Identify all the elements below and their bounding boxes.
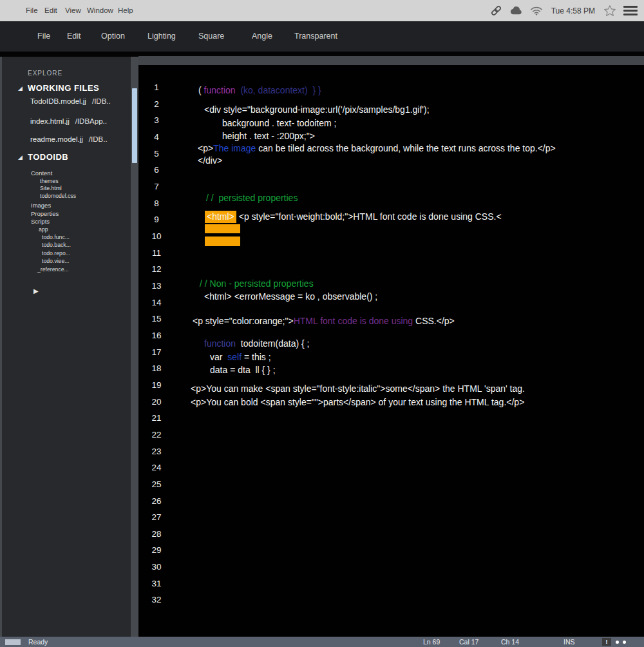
code-line[interactable]: data = dta ll { } ; [210, 365, 276, 375]
code-line[interactable]: var self = this ; [210, 352, 271, 362]
tree-item[interactable]: todo.back... [42, 242, 71, 248]
hamburger-menu-icon[interactable] [623, 6, 638, 15]
working-file-item[interactable]: TodoIDB.model.jj/IDB.. [30, 97, 111, 105]
project-header[interactable]: TODOIDB [28, 152, 68, 162]
system-menu-view[interactable]: View [65, 0, 81, 21]
cloud-icon[interactable] [509, 6, 523, 15]
code-line[interactable]: <div style="background-image:url('/pix/s… [204, 104, 430, 115]
tree-item[interactable]: themes [40, 178, 59, 184]
tree-item[interactable]: Images [31, 202, 51, 209]
tree-item[interactable]: todo.func... [42, 234, 70, 240]
collapse-triangle-icon[interactable]: ◢ [18, 154, 23, 160]
file-path: /IDBApp.. [75, 117, 107, 125]
line-number: 4 [144, 132, 169, 142]
code-token: <html> <errorMessage = ko , observable()… [204, 291, 377, 302]
line-number: 28 [144, 529, 169, 539]
collapse-triangle-icon[interactable]: ◢ [18, 85, 23, 92]
working-file-item[interactable]: index.html.jj/IDBApp.. [30, 117, 107, 125]
status-bar: Ready Ln 69 Cal 17 Ch 14 INS ! [0, 637, 644, 647]
line-number: 25 [144, 479, 169, 489]
tree-item[interactable]: todo.viee... [42, 258, 70, 264]
system-menu-window[interactable]: Window [87, 0, 113, 21]
working-files-header[interactable]: WORKING FILES [28, 83, 99, 93]
file-path: /IDB.. [92, 97, 111, 105]
code-line[interactable]: <html> <errorMessage = ko , observable()… [204, 291, 377, 302]
code-token: <p>You can make <span style="font-style:… [191, 383, 525, 394]
line-number: 13 [144, 281, 169, 291]
wifi-icon[interactable] [530, 6, 543, 15]
line-number: 6 [144, 165, 169, 175]
app-menu-option[interactable]: Option [101, 21, 125, 52]
code-editor[interactable]: 1234567891011121314151617181920212223242… [138, 56, 644, 637]
code-line[interactable]: function todoitem(data) { ; [204, 338, 309, 349]
line-number: 19 [144, 380, 169, 390]
status-ready: Ready [28, 638, 48, 646]
app-menu-angle[interactable]: Angle [252, 21, 272, 52]
code-token: = this ; [242, 352, 271, 362]
clock[interactable]: Tue 4:58 PM [550, 6, 596, 15]
code-line[interactable]: <html> <p style="font-weight:bold;">HTML… [205, 211, 502, 222]
link-icon[interactable] [490, 5, 502, 17]
app-menu-edit[interactable]: Edit [67, 21, 81, 52]
code-token: / / persisted properties [206, 193, 298, 203]
system-tray: Tue 4:58 PM [490, 0, 638, 21]
tree-item[interactable]: Properties [31, 210, 59, 217]
code-token: can be tiled across the background, whil… [256, 143, 555, 153]
code-token: height . text - :200px;"> [222, 131, 315, 141]
line-number: 2 [144, 99, 169, 109]
tree-item[interactable]: Content [31, 169, 52, 177]
status-line: Ln 69 [423, 638, 440, 646]
code-token: var [210, 352, 227, 362]
highlight-block [205, 224, 240, 233]
tree-item[interactable]: _reference... [37, 266, 69, 273]
system-menu-edit[interactable]: Edit [44, 0, 57, 21]
code-token: data = dta ll { } ; [210, 365, 276, 375]
editor-top-strip [138, 56, 644, 65]
code-line[interactable]: <p>The image can be tiled across the bac… [198, 143, 556, 153]
line-number: 1 [144, 82, 169, 92]
system-menu-file[interactable]: File [26, 0, 38, 21]
line-number: 23 [144, 447, 169, 456]
file-name: TodoIDB.model.jj [30, 97, 86, 105]
code-token: <p>You can bold <span style="">parts</sp… [191, 397, 524, 407]
code-token: </div> [198, 155, 222, 166]
code-line[interactable]: height . text - :200px;"> [222, 131, 315, 141]
app-menu-file[interactable]: File [37, 21, 50, 52]
star-icon[interactable] [603, 5, 616, 17]
code-line[interactable]: background . text- todoitem ; [222, 118, 336, 128]
tree-item[interactable]: todo.repo... [42, 250, 70, 256]
code-line[interactable]: <p>You can bold <span style="">parts</sp… [191, 397, 524, 407]
highlight-block [205, 237, 240, 246]
alert-badge[interactable]: ! [602, 638, 611, 646]
working-file-item[interactable]: readme.model.jj/IDB.. [30, 135, 108, 143]
tree-item[interactable]: todomodel.css [40, 193, 76, 199]
line-number: 12 [144, 264, 169, 274]
code-line[interactable]: </div> [198, 155, 222, 166]
sidebar-scrollbar-track[interactable] [131, 57, 138, 637]
line-number: 5 [144, 149, 169, 159]
app-menu-square[interactable]: Square [198, 21, 224, 52]
status-dot-icon [623, 641, 626, 644]
tree-item[interactable]: app [39, 226, 48, 233]
line-number: 30 [144, 562, 169, 572]
line-number: 8 [144, 198, 169, 208]
line-number: 26 [144, 496, 169, 506]
line-number: 27 [144, 512, 169, 522]
sidebar-scrollbar-thumb[interactable] [132, 88, 137, 163]
line-number: 24 [144, 463, 169, 472]
code-token: <p style="color:orange;"> [193, 316, 294, 326]
app-menu-transparent[interactable]: Transparent [294, 21, 337, 52]
app-menu-lighting[interactable]: Lighting [147, 21, 176, 52]
tree-item[interactable]: Scripts [31, 218, 50, 225]
code-line[interactable]: / / persisted properties [206, 193, 298, 203]
code-token: / / Non - persisted properties [200, 278, 314, 289]
system-menu-help[interactable]: Help [118, 0, 133, 21]
tree-item[interactable]: Site.html [40, 185, 62, 191]
line-number: 29 [144, 545, 169, 555]
line-number: 22 [144, 430, 169, 439]
code-line[interactable]: <p>You can make <span style="font-style:… [191, 383, 525, 394]
code-line[interactable]: / / Non - persisted properties [200, 278, 314, 289]
code-line[interactable]: ( function (ko, datacontext) } } [198, 85, 321, 95]
expand-triangle-icon[interactable]: ▶ [33, 287, 39, 295]
code-line[interactable]: <p style="color:orange;">HTML font code … [193, 316, 455, 326]
